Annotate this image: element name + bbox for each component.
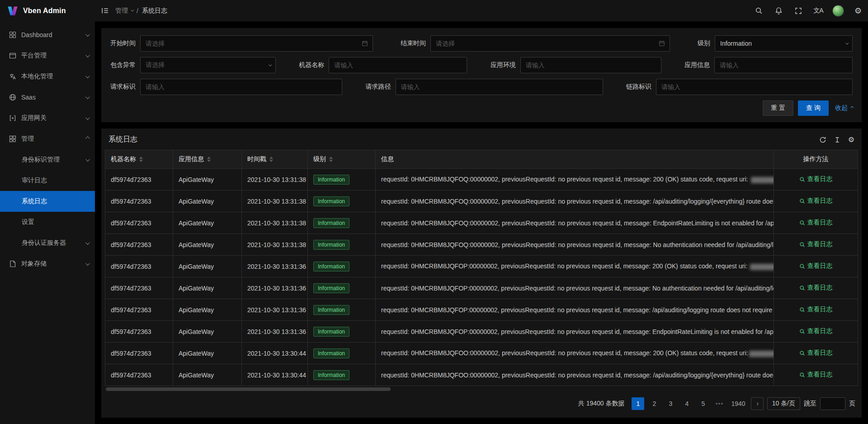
horizontal-scrollbar[interactable]: [106, 387, 391, 391]
sidebar-item-platform[interactable]: 平台管理: [0, 45, 95, 66]
field-request-id: 请求标识: [110, 79, 342, 95]
sidebar-collapse-icon[interactable]: [101, 7, 109, 14]
view-log-link[interactable]: 查看日志: [799, 240, 833, 248]
sidebar-menu: Dashboard平台管理本地化管理Saas应用网关管理身份标识管理审计日志系统…: [0, 22, 95, 424]
start-time-datepicker[interactable]: [140, 35, 373, 52]
sidebar-item-dashboard[interactable]: Dashboard: [0, 24, 95, 45]
logo[interactable]: Vben Admin: [0, 0, 95, 22]
sort-icons[interactable]: [207, 157, 211, 162]
cell-timestamp: 2021-10-30 13:31:38: [242, 234, 308, 256]
view-log-label: 查看日志: [807, 284, 833, 292]
view-log-link[interactable]: 查看日志: [799, 327, 833, 335]
cell-app-info: ApiGateWay: [173, 343, 242, 364]
cell-message: requestId: 0HMCRBM8JQFOP:00000002, previ…: [376, 321, 774, 343]
view-log-link[interactable]: 查看日志: [799, 284, 833, 292]
column-header-timestamp[interactable]: 时间戳: [242, 150, 308, 169]
reset-button[interactable]: 重 置: [763, 100, 793, 116]
page-1[interactable]: 1: [632, 397, 644, 410]
sidebar-item-auth-server[interactable]: 身份认证服务器: [0, 233, 95, 253]
jump-page-input[interactable]: [820, 397, 845, 410]
cell-timestamp: 2021-10-30 13:31:36: [242, 299, 308, 321]
sidebar: Vben Admin Dashboard平台管理本地化管理Saas应用网关管理身…: [0, 0, 95, 424]
request-id-input[interactable]: [141, 83, 342, 91]
page-size-select[interactable]: 10 条/页: [767, 397, 800, 410]
calendar-icon: [659, 40, 665, 47]
translate-icon[interactable]: 文A: [808, 0, 828, 22]
chevron-right-icon: [755, 402, 759, 405]
sidebar-item-label: 身份标识管理: [22, 156, 85, 164]
page-5[interactable]: 5: [697, 397, 709, 410]
level-select[interactable]: Information: [715, 35, 853, 52]
level-badge: Information: [313, 175, 349, 185]
user-avatar[interactable]: [828, 0, 848, 22]
search-button[interactable]: 查 询: [798, 100, 829, 116]
end-time-input[interactable]: [431, 40, 659, 47]
request-path-input[interactable]: [396, 83, 603, 91]
chevron-down-icon: [131, 9, 134, 12]
sidebar-item-identity[interactable]: 身份标识管理: [0, 149, 95, 170]
sidebar-item-manage[interactable]: 管理: [0, 129, 95, 149]
chevron-down-icon: [85, 74, 90, 78]
trace-id-input[interactable]: [656, 83, 852, 91]
level-badge: Information: [313, 196, 349, 206]
app-info-input[interactable]: [715, 62, 852, 69]
gear-icon[interactable]: ⚙: [848, 0, 868, 22]
page-4[interactable]: 4: [680, 397, 693, 410]
view-log-label: 查看日志: [807, 327, 833, 335]
view-log-link[interactable]: 查看日志: [799, 349, 833, 357]
cell-action: 查看日志: [774, 277, 858, 299]
view-log-link[interactable]: 查看日志: [799, 197, 833, 205]
sort-icons[interactable]: [269, 157, 273, 162]
page-ellipsis[interactable]: •••: [713, 397, 726, 410]
view-log-link[interactable]: 查看日志: [799, 371, 833, 379]
sidebar-item-saas[interactable]: Saas: [0, 87, 95, 108]
view-log-link[interactable]: 查看日志: [799, 219, 833, 227]
search-icon[interactable]: [749, 0, 769, 22]
next-page-button[interactable]: [751, 397, 764, 410]
chevron-down-icon: [85, 261, 90, 266]
column-header-machine[interactable]: 机器名称: [105, 150, 173, 169]
has-exception-select[interactable]: 请选择: [140, 57, 276, 73]
level-badge: Information: [313, 262, 349, 272]
fullscreen-icon[interactable]: [788, 0, 808, 22]
sidebar-item-storage[interactable]: 对象存储: [0, 253, 95, 274]
has-exception-label: 包含异常: [110, 61, 136, 69]
sidebar-item-system-logs[interactable]: 系统日志: [0, 191, 95, 212]
app-env-input[interactable]: [521, 62, 661, 69]
collapse-form-link[interactable]: 收起: [835, 104, 853, 112]
sort-icons[interactable]: [329, 157, 333, 162]
view-log-link[interactable]: 查看日志: [799, 305, 833, 314]
chevron-down-icon: [85, 95, 90, 99]
cell-timestamp: 2021-10-30 13:31:36: [242, 256, 308, 277]
start-time-input[interactable]: [141, 40, 362, 47]
end-time-datepicker[interactable]: [430, 35, 670, 52]
page-2[interactable]: 2: [648, 397, 660, 410]
localization-icon: [9, 73, 17, 80]
machine-name-input[interactable]: [329, 62, 467, 69]
sidebar-item-localization[interactable]: 本地化管理: [0, 66, 95, 87]
row-height-icon[interactable]: [834, 136, 841, 143]
sidebar-item-settings[interactable]: 设置: [0, 212, 95, 233]
cell-level: Information: [308, 343, 376, 364]
bell-icon[interactable]: [769, 0, 788, 22]
sidebar-item-label: 设置: [22, 218, 89, 226]
sort-icons[interactable]: [139, 157, 143, 162]
sidebar-item-gateway[interactable]: 应用网关: [0, 108, 95, 129]
sidebar-item-audit-logs[interactable]: 审计日志: [0, 170, 95, 191]
column-settings-icon[interactable]: ⚙: [848, 136, 854, 143]
column-header-app[interactable]: 应用信息: [173, 150, 242, 169]
cell-timestamp: 2021-10-30 13:31:38: [242, 212, 308, 234]
cell-level: Information: [308, 234, 376, 256]
sidebar-item-label: 管理: [21, 135, 85, 143]
column-label: 时间戳: [247, 155, 266, 163]
page-1940[interactable]: 1940: [729, 397, 747, 410]
page-3[interactable]: 3: [664, 397, 677, 410]
breadcrumb-parent[interactable]: 管理: [115, 7, 133, 15]
view-log-link[interactable]: 查看日志: [799, 175, 833, 183]
refresh-icon[interactable]: [819, 136, 826, 143]
pagination-total: 共 19400 条数据: [578, 400, 625, 408]
request-id-label: 请求标识: [110, 83, 136, 91]
column-header-level[interactable]: 级别: [308, 150, 376, 169]
level-badge: Information: [313, 327, 349, 337]
view-log-link[interactable]: 查看日志: [799, 262, 833, 270]
